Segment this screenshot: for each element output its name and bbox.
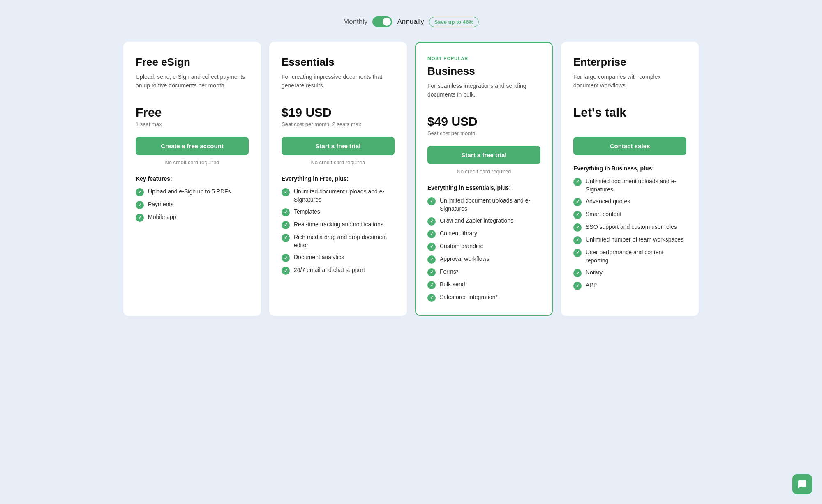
feature-item: Unlimited document uploads and e-Signatu… [282,188,395,204]
annually-label: Annually [397,18,424,26]
feature-item: CRM and Zapier integrations [427,217,540,226]
feature-text: 24/7 email and chat support [294,266,365,274]
features-heading-essentials: Everything in Free, plus: [282,175,395,182]
feature-item: User performance and content reporting [573,249,686,265]
check-icon [282,254,290,262]
check-icon [427,230,436,238]
check-icon [282,221,290,229]
check-icon [136,188,144,196]
feature-text: Content library [440,230,477,238]
cta-button-business[interactable]: Start a free trial [427,146,540,164]
plan-card-free: Free eSignUpload, send, e-Sign and colle… [123,42,261,316]
plan-name-essentials: Essentials [282,56,395,69]
plan-price-business: $49 USD [427,115,540,129]
feature-text: Document analytics [294,253,344,262]
feature-list-free: Upload and e-Sign up to 5 PDFs Payments … [136,188,249,222]
plan-description-enterprise: For large companies with complex documen… [573,73,686,96]
feature-item: Payments [136,200,249,209]
feature-text: Bulk send* [440,281,467,289]
feature-text: Notary [586,269,603,277]
feature-item: Custom branding [427,242,540,251]
feature-item: Content library [427,230,540,238]
plan-name-business: Business [427,65,540,78]
check-icon [427,217,436,226]
cta-button-essentials[interactable]: Start a free trial [282,137,395,155]
check-icon [136,201,144,209]
feature-text: Rich media drag and drop document editor [294,233,395,249]
plan-price-free: Free [136,106,249,120]
feature-text: SSO support and custom user roles [586,223,677,231]
feature-text: Unlimited number of team workspaces [586,236,683,244]
check-icon [282,234,290,242]
feature-list-enterprise: Unlimited document uploads and e-Signatu… [573,177,686,290]
check-icon [427,294,436,302]
features-heading-business: Everything in Essentials, plus: [427,184,540,191]
chat-bubble[interactable] [792,474,812,494]
feature-text: Advanced quotes [586,198,630,206]
check-icon [573,198,582,206]
plan-price-sub-enterprise [573,121,686,129]
feature-item: Approval workflows [427,255,540,264]
check-icon [573,236,582,244]
plan-price-enterprise: Let's talk [573,106,686,120]
plan-price-sub-free: 1 seat max [136,121,249,129]
feature-text: Forms* [440,268,458,276]
check-icon [427,281,436,289]
check-icon [282,208,290,216]
plan-card-essentials: EssentialsFor creating impressive docume… [269,42,407,316]
feature-item: Smart content [573,210,686,219]
plan-description-essentials: For creating impressive documents that g… [282,73,395,96]
feature-text: Smart content [586,210,621,219]
feature-text: Payments [148,200,173,209]
features-heading-free: Key features: [136,175,249,182]
most-popular-label: MOST POPULAR [427,56,540,61]
cta-button-enterprise[interactable]: Contact sales [573,137,686,155]
plan-name-enterprise: Enterprise [573,56,686,69]
feature-text: CRM and Zapier integrations [440,217,513,225]
feature-text: Unlimited document uploads and e-Signatu… [440,197,540,213]
monthly-label: Monthly [343,18,368,26]
feature-item: Templates [282,208,395,216]
check-icon [427,268,436,276]
feature-item: Document analytics [282,253,395,262]
feature-text: Templates [294,208,320,216]
check-icon [573,282,582,290]
feature-item: Notary [573,269,686,277]
feature-list-business: Unlimited document uploads and e-Signatu… [427,197,540,302]
feature-text: Salesforce integration* [440,293,498,301]
billing-toggle-container: Monthly Annually Save up to 46% [25,16,797,27]
feature-text: Approval workflows [440,255,490,263]
check-icon [573,249,582,257]
feature-text: Unlimited document uploads and e-Signatu… [586,177,686,193]
feature-item: Salesforce integration* [427,293,540,302]
no-cc-free: No credit card required [136,159,249,166]
feature-text: Custom branding [440,242,484,251]
check-icon [573,269,582,277]
feature-item: Bulk send* [427,281,540,289]
feature-text: API* [586,281,597,290]
plan-name-free: Free eSign [136,56,249,69]
feature-item: SSO support and custom user roles [573,223,686,232]
check-icon [282,188,290,196]
check-icon [573,211,582,219]
feature-item: Advanced quotes [573,198,686,206]
check-icon [427,197,436,205]
no-cc-business: No credit card required [427,168,540,175]
feature-item: Forms* [427,268,540,276]
feature-text: Mobile app [148,213,176,221]
plan-price-sub-business: Seat cost per month [427,130,540,138]
feature-item: Mobile app [136,213,249,222]
plan-description-free: Upload, send, e-Sign and collect payment… [136,73,249,96]
plan-price-essentials: $19 USD [282,106,395,120]
check-icon [573,178,582,186]
feature-item: Rich media drag and drop document editor [282,233,395,249]
check-icon [573,223,582,232]
billing-toggle-switch[interactable] [372,16,392,27]
feature-item: Unlimited document uploads and e-Signatu… [573,177,686,193]
feature-item: Unlimited number of team workspaces [573,236,686,244]
feature-item: Unlimited document uploads and e-Signatu… [427,197,540,213]
check-icon [427,243,436,251]
no-cc-essentials: No credit card required [282,159,395,166]
cta-button-free[interactable]: Create a free account [136,137,249,155]
chat-icon [797,479,807,489]
